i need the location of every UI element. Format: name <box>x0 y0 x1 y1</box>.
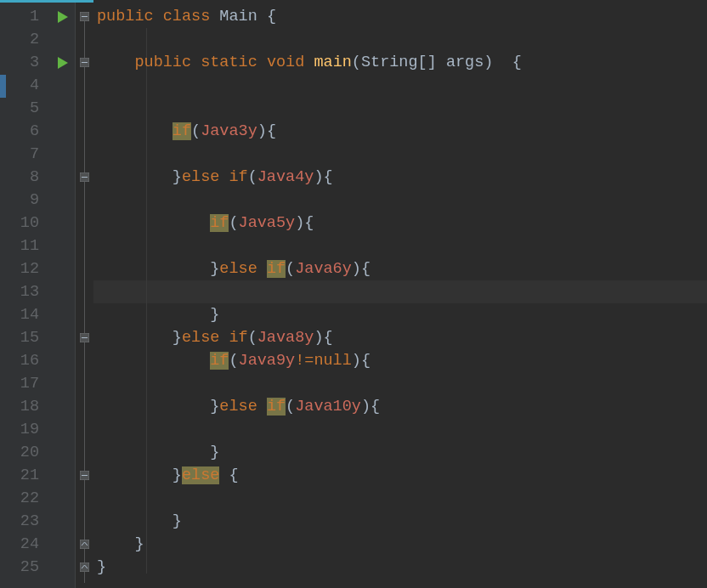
line-number[interactable]: 21 <box>0 464 51 487</box>
fold-open-icon[interactable] <box>80 333 89 342</box>
run-gutter <box>51 0 75 588</box>
code-line[interactable] <box>93 372 707 395</box>
svg-rect-13 <box>80 563 89 572</box>
fold-open-icon[interactable] <box>80 58 89 67</box>
code-line[interactable]: if(Java3y){ <box>93 120 707 143</box>
code-line[interactable]: } <box>93 441 707 464</box>
line-number-gutter[interactable]: 1 2 3 4 5 6 7 8 9 10 11 12 13 14 15 16 1… <box>0 0 51 588</box>
fold-close-icon[interactable] <box>80 563 89 572</box>
code-line[interactable]: } <box>93 510 707 533</box>
fold-close-icon[interactable] <box>80 540 89 549</box>
code-line[interactable]: public static void main(String[] args) { <box>93 51 707 74</box>
code-line[interactable] <box>93 189 707 212</box>
line-number[interactable]: 5 <box>0 97 51 120</box>
code-line[interactable] <box>93 418 707 441</box>
code-line[interactable]: } <box>93 556 707 579</box>
svg-marker-1 <box>58 57 68 69</box>
line-number[interactable]: 11 <box>0 235 51 257</box>
code-line[interactable]: if(Java9y!=null){ <box>93 349 707 372</box>
code-line[interactable]: public class Main { <box>93 5 707 28</box>
line-number[interactable]: 23 <box>0 510 51 533</box>
line-number[interactable]: 20 <box>0 441 51 464</box>
tab-active-indicator <box>0 0 93 3</box>
code-line[interactable] <box>93 143 707 166</box>
line-number[interactable]: 7 <box>0 143 51 166</box>
line-number[interactable]: 8 <box>0 166 51 189</box>
code-line[interactable]: }else if(Java10y){ <box>93 395 707 418</box>
code-line[interactable]: }else if(Java6y){ <box>93 257 707 280</box>
line-number[interactable]: 13 <box>0 280 51 303</box>
line-number[interactable]: 22 <box>0 487 51 510</box>
line-number[interactable]: 14 <box>0 303 51 326</box>
line-number[interactable]: 24 <box>0 533 51 556</box>
line-number[interactable]: 18 <box>0 395 51 418</box>
line-number[interactable]: 15 <box>0 326 51 349</box>
svg-rect-12 <box>80 540 89 549</box>
code-line[interactable]: } <box>93 303 707 326</box>
code-text-area[interactable]: public class Main { public static void m… <box>93 0 707 588</box>
run-icon[interactable] <box>58 11 68 23</box>
fold-gutter <box>75 0 93 588</box>
line-number[interactable]: 4 <box>0 74 51 97</box>
line-number[interactable]: 1 <box>0 5 51 28</box>
svg-marker-0 <box>58 11 68 23</box>
code-line[interactable]: } <box>93 533 707 556</box>
line-number[interactable]: 6 <box>0 120 51 143</box>
code-line[interactable]: if(Java5y){ <box>93 212 707 235</box>
code-line[interactable] <box>93 280 707 303</box>
code-line[interactable] <box>93 28 707 51</box>
code-line[interactable]: }else if(Java4y){ <box>93 166 707 189</box>
line-number[interactable]: 25 <box>0 556 51 579</box>
fold-open-icon[interactable] <box>80 172 89 182</box>
code-line[interactable] <box>93 235 707 257</box>
change-marker <box>0 75 6 98</box>
code-line[interactable] <box>93 97 707 120</box>
code-line[interactable] <box>93 74 707 97</box>
line-number[interactable]: 16 <box>0 349 51 372</box>
line-number[interactable]: 12 <box>0 257 51 280</box>
line-number[interactable]: 17 <box>0 372 51 395</box>
fold-open-icon[interactable] <box>80 12 89 21</box>
code-editor[interactable]: 1 2 3 4 5 6 7 8 9 10 11 12 13 14 15 16 1… <box>0 0 707 588</box>
code-line[interactable]: }else if(Java8y){ <box>93 326 707 349</box>
fold-open-icon[interactable] <box>80 471 89 480</box>
line-number[interactable]: 2 <box>0 28 51 51</box>
line-number[interactable]: 3 <box>0 51 51 74</box>
line-number[interactable]: 10 <box>0 212 51 235</box>
code-line[interactable] <box>93 487 707 510</box>
code-line[interactable]: }else { <box>93 464 707 487</box>
line-number[interactable]: 9 <box>0 189 51 212</box>
line-number[interactable]: 19 <box>0 418 51 441</box>
run-icon[interactable] <box>58 57 68 69</box>
